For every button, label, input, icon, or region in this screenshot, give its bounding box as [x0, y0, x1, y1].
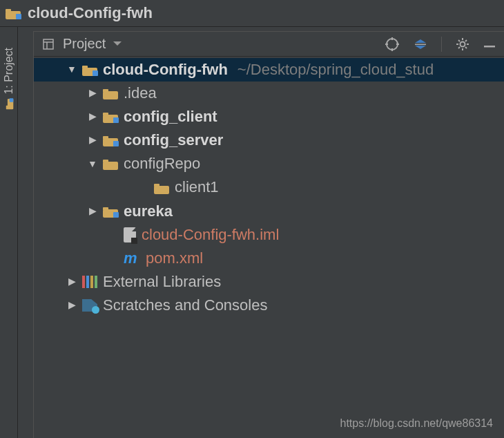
module-folder-icon [103, 111, 118, 122]
tree-module-eureka[interactable]: ▶ eureka [34, 200, 504, 223]
tree-item-label: cloud-Config-fwh.iml [142, 223, 279, 247]
folder-icon [103, 158, 118, 169]
module-folder-icon [103, 135, 118, 146]
collapse-all-icon[interactable] [414, 37, 427, 51]
tree-item-location: ~/Desktop/spring_cloud_stud [238, 58, 434, 82]
tree-item-label: eureka [124, 200, 173, 223]
project-view-icon [42, 37, 56, 51]
locate-icon[interactable] [385, 37, 400, 52]
tree-scratches[interactable]: ▶ Scratches and Consoles [34, 294, 504, 317]
project-tab-icon [1, 99, 17, 110]
svg-line-15 [465, 47, 467, 48]
tool-window-toolbar: Project [34, 32, 504, 57]
chevron-down-icon[interactable] [113, 41, 122, 48]
tree-item-label: External Libraries [103, 270, 221, 294]
gear-icon[interactable] [456, 37, 469, 51]
expand-arrow-icon[interactable]: ▼ [88, 157, 97, 172]
hide-icon[interactable] [483, 41, 496, 48]
expand-arrow-icon[interactable]: ▶ [67, 274, 77, 289]
svg-line-17 [465, 40, 467, 41]
tree-item-label: cloud-Config-fwh [103, 58, 228, 82]
tree-folder-idea[interactable]: ▶ .idea [34, 82, 504, 105]
tree-external-libraries[interactable]: ▶ External Libraries [34, 270, 504, 294]
module-folder-icon [103, 206, 118, 217]
tree-module-config-server[interactable]: ▶ config_server [34, 128, 504, 152]
watermark: https://blog.csdn.net/qwe86314 [340, 417, 494, 430]
folder-icon [154, 182, 169, 193]
project-tab-label[interactable]: 1: Project [3, 48, 15, 95]
expand-arrow-icon[interactable]: ▶ [67, 298, 77, 313]
tree-item-label: Scratches and Consoles [103, 294, 267, 317]
tree-root[interactable]: ▼ cloud-Config-fwh ~/Desktop/spring_clou… [34, 58, 504, 82]
project-tool-window: Project [33, 31, 504, 438]
tree-item-label: pom.xml [146, 247, 203, 270]
expand-arrow-icon[interactable]: ▶ [88, 204, 97, 219]
svg-rect-8 [415, 44, 426, 45]
tree-file-pom[interactable]: ▶ m pom.xml [34, 247, 504, 270]
file-icon [124, 227, 136, 242]
tree-file-iml[interactable]: ▶ cloud-Config-fwh.iml [34, 223, 504, 247]
breadcrumb[interactable]: cloud-Config-fwh [0, 0, 504, 27]
tree-module-config-client[interactable]: ▶ config_client [34, 105, 504, 128]
project-tree[interactable]: ▼ cloud-Config-fwh ~/Desktop/spring_clou… [34, 57, 504, 438]
svg-line-16 [458, 47, 460, 48]
tree-item-label: client1 [175, 175, 219, 199]
svg-point-3 [387, 39, 398, 50]
tree-item-label: config_client [124, 105, 217, 128]
tree-item-label: configRepo [124, 152, 200, 175]
expand-arrow-icon[interactable]: ▼ [67, 62, 77, 77]
tree-item-label: config_server [124, 128, 223, 152]
tree-folder-configrepo[interactable]: ▼ configRepo [34, 152, 504, 175]
breadcrumb-project-name: cloud-Config-fwh [28, 4, 153, 22]
expand-arrow-icon[interactable]: ▶ [88, 86, 97, 101]
scratches-icon [82, 299, 97, 312]
folder-icon [103, 88, 118, 99]
expand-arrow-icon[interactable]: ▶ [88, 109, 97, 124]
svg-point-9 [461, 41, 465, 46]
project-folder-icon [6, 8, 21, 19]
tree-folder-client1[interactable]: ▶ client1 [34, 175, 504, 199]
svg-rect-0 [43, 39, 53, 49]
libraries-icon [82, 276, 97, 288]
tree-item-label: .idea [124, 82, 157, 105]
toolbar-divider [441, 37, 442, 52]
project-view-selector[interactable]: Project [63, 36, 106, 52]
tool-window-bar[interactable]: 1: Project [0, 27, 18, 438]
expand-arrow-icon[interactable]: ▶ [88, 133, 97, 148]
svg-rect-18 [484, 46, 495, 48]
module-folder-icon [82, 64, 97, 75]
maven-icon: m [124, 247, 140, 270]
svg-line-14 [458, 40, 460, 41]
